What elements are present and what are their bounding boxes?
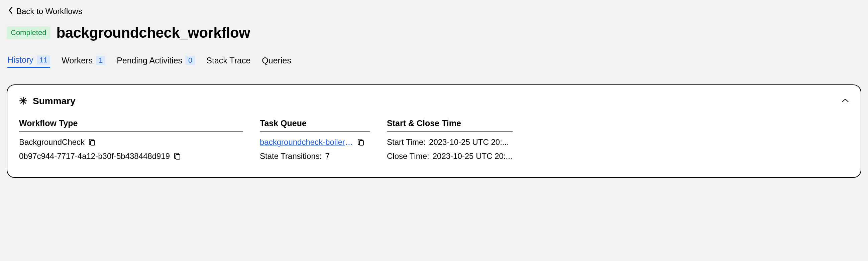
state-transitions-value: 7 [325, 152, 329, 161]
close-time-label: Close Time: [387, 152, 429, 161]
task-queue-row: backgroundcheck-boilerplate-... [260, 138, 370, 147]
column-header: Workflow Type [19, 118, 243, 132]
tab-history[interactable]: History 11 [7, 55, 50, 68]
workflow-type-row: BackgroundCheck [19, 138, 243, 147]
title-row: Completed backgroundcheck_workflow [7, 24, 861, 41]
summary-title: Summary [33, 96, 75, 107]
back-to-workflows-link[interactable]: Back to Workflows [8, 7, 82, 16]
tab-label: Workers [62, 56, 93, 65]
start-time-row: Start Time: 2023-10-25 UTC 20:... [387, 138, 513, 147]
tab-count: 11 [37, 55, 50, 65]
svg-rect-2 [360, 141, 364, 145]
workflow-type-column: Workflow Type BackgroundCheck 0b97c944-7… [19, 118, 243, 165]
tab-label: Stack Trace [206, 56, 250, 65]
state-transitions-label: State Transitions: [260, 152, 322, 161]
close-time-value: 2023-10-25 UTC 20:... [433, 152, 513, 161]
tabs: History 11 Workers 1 Pending Activities … [7, 55, 861, 68]
workflow-id: 0b97c944-7717-4a12-b30f-5b438448d919 [19, 152, 170, 161]
close-time-row: Close Time: 2023-10-25 UTC 20:... [387, 152, 513, 161]
tab-label: History [7, 55, 33, 65]
tab-count: 1 [96, 56, 105, 65]
back-link-text: Back to Workflows [17, 7, 82, 16]
copy-icon[interactable] [174, 152, 181, 160]
tab-queries[interactable]: Queries [262, 55, 291, 68]
copy-icon[interactable] [89, 139, 95, 146]
summary-card: ✳ Summary Workflow Type BackgroundCheck [7, 84, 861, 178]
column-header: Task Queue [260, 118, 370, 132]
chevron-left-icon [8, 7, 13, 16]
copy-icon[interactable] [358, 139, 364, 146]
workflow-title: backgroundcheck_workflow [56, 24, 250, 41]
svg-rect-1 [176, 154, 180, 159]
summary-header: ✳ Summary [19, 95, 849, 107]
task-queue-column: Task Queue backgroundcheck-boilerplate-.… [260, 118, 370, 165]
summary-columns: Workflow Type BackgroundCheck 0b97c944-7… [19, 118, 849, 165]
start-time-label: Start Time: [387, 138, 426, 147]
tab-workers[interactable]: Workers 1 [62, 55, 105, 68]
tab-count: 0 [186, 56, 195, 65]
column-header: Start & Close Time [387, 118, 513, 132]
task-queue-link[interactable]: backgroundcheck-boilerplate-... [260, 138, 353, 147]
tab-stack-trace[interactable]: Stack Trace [206, 55, 250, 68]
workflow-type-name: BackgroundCheck [19, 138, 85, 147]
status-badge: Completed [7, 26, 50, 39]
workflow-id-row: 0b97c944-7717-4a12-b30f-5b438448d919 [19, 152, 243, 161]
tab-label: Pending Activities [117, 56, 182, 65]
svg-rect-0 [91, 141, 95, 145]
chevron-up-icon[interactable] [842, 98, 849, 104]
asterisk-icon: ✳ [19, 95, 27, 107]
tab-pending-activities[interactable]: Pending Activities 0 [117, 55, 195, 68]
state-transitions-row: State Transitions: 7 [260, 152, 370, 161]
tab-label: Queries [262, 56, 291, 65]
start-time-value: 2023-10-25 UTC 20:... [429, 138, 509, 147]
summary-header-left: ✳ Summary [19, 95, 75, 107]
times-column: Start & Close Time Start Time: 2023-10-2… [387, 118, 513, 165]
